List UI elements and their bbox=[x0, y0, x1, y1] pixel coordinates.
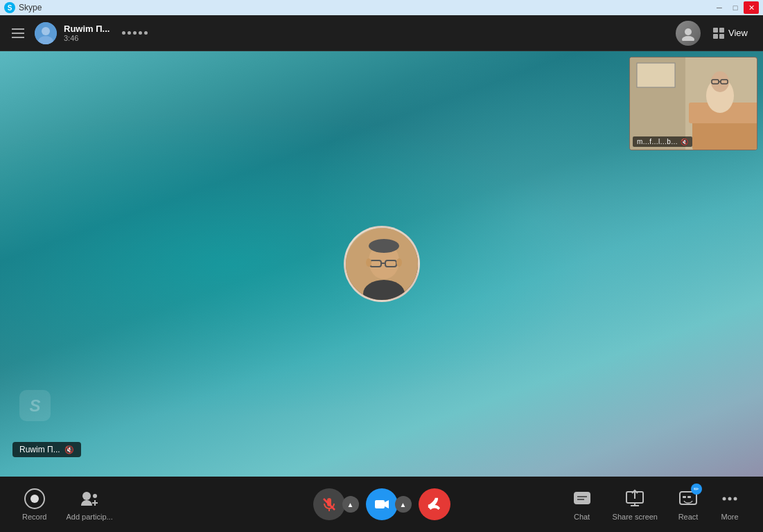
maximize-button[interactable]: □ bbox=[728, 1, 743, 14]
title-bar-controls: ─ □ ✕ bbox=[712, 1, 759, 14]
toolbar-right: Chat Share screen bbox=[563, 482, 749, 526]
svg-rect-16 bbox=[637, 63, 675, 87]
caller-badge: Ruwim П... 🔇 bbox=[12, 442, 81, 457]
pip-mic-icon: 🔇 bbox=[681, 139, 688, 145]
app-title: Skype bbox=[19, 3, 42, 12]
video-group: ▲ bbox=[366, 488, 412, 520]
share-screen-icon bbox=[624, 488, 646, 510]
svg-rect-31 bbox=[375, 500, 385, 508]
view-icon bbox=[713, 28, 724, 39]
pip-name-overlay: m…f…l…b… 🔇 bbox=[633, 136, 692, 147]
close-button[interactable]: ✕ bbox=[744, 1, 759, 14]
contact-name: Ruwim П... bbox=[64, 24, 109, 34]
more-button[interactable]: More bbox=[710, 482, 749, 526]
minimize-button[interactable]: ─ bbox=[712, 1, 727, 14]
more-icon bbox=[719, 488, 741, 510]
mic-group: ▲ bbox=[313, 488, 359, 520]
svg-point-4 bbox=[682, 36, 694, 41]
mute-button[interactable] bbox=[313, 488, 345, 520]
call-header: Ruwim П... 3:46 bbox=[0, 15, 763, 51]
header-left: Ruwim П... 3:46 bbox=[8, 22, 148, 44]
svg-point-11 bbox=[366, 258, 371, 267]
add-participants-icon bbox=[78, 488, 100, 510]
app-container: Ruwim П... 3:46 bbox=[0, 15, 763, 532]
skype-logo-icon: S bbox=[4, 2, 15, 13]
record-button[interactable]: Record bbox=[14, 482, 55, 526]
pip-video[interactable]: m…f…l…b… 🔇 bbox=[629, 57, 757, 150]
record-label: Record bbox=[22, 513, 46, 521]
svg-point-12 bbox=[396, 258, 402, 267]
react-label: React bbox=[678, 513, 699, 521]
record-icon bbox=[24, 488, 46, 510]
share-screen-button[interactable]: Share screen bbox=[604, 482, 666, 526]
chat-button[interactable]: Chat bbox=[563, 482, 602, 526]
svg-point-42 bbox=[723, 497, 726, 501]
own-avatar[interactable] bbox=[676, 21, 701, 46]
react-icon: ✏ bbox=[677, 488, 699, 510]
contact-info: Ruwim П... 3:46 bbox=[64, 24, 109, 42]
mic-chevron-button[interactable]: ▲ bbox=[342, 496, 359, 513]
svg-point-24 bbox=[82, 492, 91, 500]
main-video-area: S Ruwim П... 🔇 bbox=[0, 51, 763, 477]
video-button[interactable] bbox=[366, 488, 398, 520]
caller-avatar-center bbox=[344, 226, 420, 302]
share-screen-label: Share screen bbox=[613, 513, 658, 521]
status-dots bbox=[122, 31, 148, 35]
pip-video-inner: m…f…l…b… 🔇 bbox=[630, 57, 757, 150]
hamburger-menu-button[interactable] bbox=[8, 24, 28, 43]
mic-muted-icon: 🔇 bbox=[64, 445, 74, 454]
react-button[interactable]: ✏ React bbox=[669, 482, 708, 526]
title-bar: S Skype ─ □ ✕ bbox=[0, 0, 763, 15]
toolbar: Record Add particip... bbox=[0, 477, 763, 532]
skype-watermark-letter: S bbox=[29, 396, 40, 416]
call-timer: 3:46 bbox=[64, 34, 109, 42]
svg-point-10 bbox=[369, 239, 399, 253]
view-label: View bbox=[728, 28, 748, 38]
skype-watermark: S bbox=[19, 390, 51, 421]
end-call-button[interactable] bbox=[419, 488, 450, 520]
title-bar-left: S Skype bbox=[4, 2, 42, 13]
svg-rect-41 bbox=[687, 496, 691, 498]
add-participants-button[interactable]: Add particip... bbox=[58, 482, 121, 526]
svg-point-25 bbox=[93, 494, 97, 498]
add-participants-label: Add particip... bbox=[66, 513, 112, 521]
caller-avatar-image bbox=[346, 228, 418, 300]
svg-point-3 bbox=[685, 28, 692, 35]
svg-point-1 bbox=[42, 27, 50, 35]
header-right: View bbox=[676, 21, 755, 46]
video-chevron-button[interactable]: ▲ bbox=[395, 496, 412, 513]
pip-person-name: m…f…l…b… bbox=[637, 138, 678, 145]
svg-rect-40 bbox=[683, 496, 686, 498]
chat-label: Chat bbox=[574, 513, 590, 521]
contact-avatar bbox=[35, 22, 57, 44]
toolbar-left: Record Add particip... bbox=[14, 482, 121, 526]
more-label: More bbox=[721, 513, 738, 521]
svg-point-44 bbox=[734, 497, 737, 501]
svg-point-43 bbox=[728, 497, 732, 501]
caller-badge-name: Ruwim П... bbox=[19, 445, 60, 454]
chat-icon bbox=[571, 488, 593, 510]
toolbar-center: ▲ ▲ bbox=[313, 488, 450, 520]
react-badge: ✏ bbox=[691, 484, 702, 495]
view-button[interactable]: View bbox=[706, 25, 755, 42]
